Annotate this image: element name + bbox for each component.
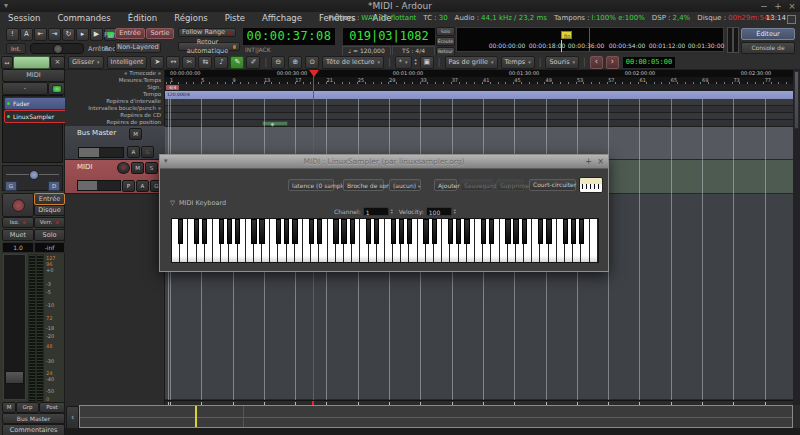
black-key[interactable] [513, 219, 518, 244]
panner[interactable]: G D [2, 165, 63, 191]
loop-button[interactable]: ↻ [62, 28, 75, 41]
record-mode-button[interactable]: Non-Layered [115, 42, 161, 53]
zoom-fit-button[interactable]: ⊙ [305, 56, 319, 69]
midi-keyboard[interactable] [171, 218, 599, 263]
primary-clock[interactable]: 00:00:37:08 [242, 27, 336, 46]
black-key[interactable] [464, 219, 469, 244]
automation-button[interactable]: A [127, 146, 140, 158]
zoom-out-button[interactable]: ⊖ [271, 56, 285, 69]
goto-start-button[interactable]: ⇤ [34, 28, 47, 41]
black-key[interactable] [481, 219, 486, 244]
black-key[interactable] [432, 219, 437, 244]
menu-commandes[interactable]: Commandes [55, 12, 112, 25]
ruler-label[interactable]: Tempo [65, 91, 164, 98]
velocity-spinner[interactable]: ▴▾ [454, 208, 456, 215]
metronome-button[interactable]: A [20, 28, 33, 41]
draw-tool[interactable]: ✎ [230, 56, 244, 69]
output-button[interactable]: Bus Master [2, 413, 65, 424]
black-key[interactable] [563, 219, 568, 244]
black-key[interactable] [341, 219, 346, 244]
processor-box[interactable]: Fader LinuxSampler [2, 95, 63, 163]
black-key[interactable] [579, 219, 584, 244]
grid-unit-dropdown[interactable]: Temps ▾ [501, 56, 535, 69]
comments-button[interactable]: Commentaires [2, 424, 65, 435]
black-key[interactable] [292, 219, 297, 244]
range-tool[interactable]: ↔ [166, 56, 180, 69]
playlist-button[interactable]: P [122, 180, 135, 192]
black-key[interactable] [333, 219, 338, 244]
black-key[interactable] [178, 219, 183, 244]
ruler-label[interactable]: « Timecode » [65, 70, 164, 77]
preset-dropdown[interactable]: (aucun) ▾ [389, 179, 421, 191]
black-key[interactable] [448, 219, 453, 244]
auto-return-button[interactable]: Retour automatique [178, 42, 240, 51]
black-key[interactable] [366, 219, 371, 244]
mixer-window-button[interactable]: Console de mixage [741, 42, 795, 54]
midi-keyboard-section-header[interactable]: ▽ MIDI Keyboard [170, 199, 226, 207]
add-preset-button[interactable]: Ajouter [434, 179, 457, 191]
monitor-input-toggle[interactable]: Entrée [34, 193, 65, 205]
pan-thumb[interactable] [29, 170, 39, 180]
snap-mode-dropdown[interactable]: Pas de grille ▾ [445, 56, 498, 69]
summary-collapse-button[interactable]: ‹ [66, 406, 79, 430]
track-name[interactable]: MIDI [77, 163, 93, 171]
track-name[interactable]: Bus Master [77, 129, 116, 137]
black-key[interactable] [219, 219, 224, 244]
object-tool[interactable]: ➤ [150, 56, 164, 69]
session-summary[interactable] [79, 405, 793, 428]
goto-end-button[interactable]: ⇥ [48, 28, 61, 41]
strip-midi-button[interactable]: MIDI [2, 69, 65, 82]
plugin-window-linuxsampler[interactable]: ▾ MIDI : LinuxSampler (par linuxsampler.… [159, 154, 609, 272]
maximize-button[interactable]: + [583, 155, 594, 168]
play-range-button[interactable]: ▸ [76, 28, 89, 41]
delete-preset-button[interactable]: Supprimer [496, 179, 524, 191]
patch-dropdown[interactable]: - [2, 82, 48, 95]
black-key[interactable] [194, 219, 199, 244]
track-header-bus-master[interactable]: Bus Master M A G [65, 126, 165, 160]
monitor-solo-button[interactable]: Solo [436, 27, 455, 36]
solo-button[interactable]: Solo [34, 229, 65, 241]
secondary-clock[interactable]: 019|03|1082 [342, 27, 436, 46]
menu-session[interactable]: Session [6, 12, 42, 25]
black-key[interactable] [309, 219, 314, 244]
mini-timeline[interactable]: fin 00:00:00:0000:00:18:0000:00:36:0000:… [456, 27, 724, 52]
play-button[interactable]: ▶ [90, 28, 103, 41]
nudge-forward-button[interactable]: › [606, 56, 619, 69]
black-key[interactable] [276, 219, 281, 244]
sync-source-label[interactable]: INT|JACK [245, 46, 271, 53]
menu-piste[interactable]: Piste [223, 12, 247, 25]
white-key[interactable] [590, 219, 598, 262]
range-markers-lane[interactable] [165, 99, 793, 106]
record-enable-button[interactable] [2, 193, 34, 217]
menu-affichage[interactable]: Affichage [260, 12, 304, 25]
metering-point-button[interactable]: M [2, 402, 16, 413]
black-key[interactable] [423, 219, 428, 244]
gain-display[interactable]: 1.0 [2, 242, 34, 253]
cut-tool[interactable]: ✂ [182, 56, 196, 69]
edit-point-dropdown[interactable]: Souris ▾ [545, 56, 579, 69]
mute-button[interactable]: M [131, 162, 144, 174]
monitor-disk-toggle[interactable]: Disque [34, 205, 65, 216]
meter-marker[interactable]: 4/4 [166, 85, 179, 90]
processor-led[interactable] [7, 115, 10, 118]
minimize-button[interactable]: − [758, 0, 770, 12]
black-key[interactable] [407, 219, 412, 244]
gain-fader[interactable] [3, 254, 26, 400]
black-key[interactable] [251, 219, 256, 244]
location-marker[interactable] [262, 121, 288, 126]
output-pin-button[interactable]: Broche de sortie [343, 179, 384, 191]
visible-tracks-spinner[interactable]: ▴ ▾ [415, 58, 417, 66]
strip-close-button[interactable]: × [50, 56, 65, 69]
shuttle-slider[interactable] [30, 43, 84, 54]
ruler-label[interactable]: Mesures:Temps [65, 77, 164, 84]
black-key[interactable] [456, 219, 461, 244]
stretch-tool[interactable]: ⇆ [198, 56, 212, 69]
location-markers-lane[interactable] [165, 120, 793, 127]
close-button[interactable]: × [786, 0, 798, 12]
black-key[interactable] [538, 219, 543, 244]
punch-in-button[interactable]: Entrée [115, 28, 145, 39]
velocity-input[interactable]: 100 [426, 207, 452, 216]
audition-tool[interactable]: ♪ [214, 56, 228, 69]
solo-button[interactable]: S [145, 162, 158, 174]
group-button[interactable]: G [141, 146, 154, 158]
